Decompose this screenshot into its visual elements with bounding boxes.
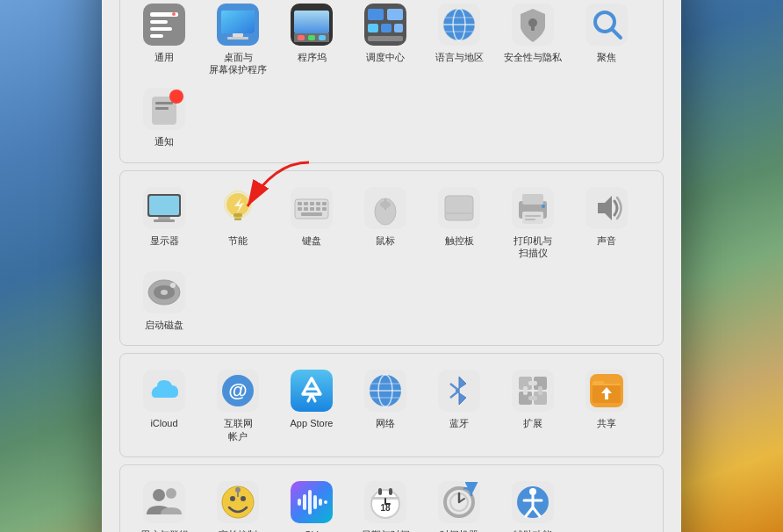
pref-sharing[interactable]: 共享 xyxy=(570,363,643,448)
svg-point-69 xyxy=(380,201,391,208)
extensions-icon xyxy=(510,368,556,413)
keyboard-label: 键盘 xyxy=(302,234,321,247)
svg-point-86 xyxy=(170,283,176,288)
svg-rect-128 xyxy=(308,490,312,514)
pref-displays[interactable]: 显示器 xyxy=(127,180,201,265)
pref-language[interactable]: 语言与地区 xyxy=(422,0,496,81)
pref-network[interactable]: 网络 xyxy=(348,363,422,448)
svg-rect-20 xyxy=(387,9,403,20)
pref-keyboard[interactable]: 键盘 xyxy=(275,180,348,265)
svg-rect-9 xyxy=(233,33,243,37)
svg-point-122 xyxy=(241,496,246,501)
spotlight-label: 聚焦 xyxy=(597,51,616,63)
sound-label: 声音 xyxy=(597,234,616,247)
svg-rect-116 xyxy=(143,481,185,523)
dock-label: 程序坞 xyxy=(298,51,327,63)
pref-general[interactable]: 通用 xyxy=(127,0,201,81)
trackpad-icon xyxy=(436,185,482,231)
icloud-label: iCloud xyxy=(150,417,177,429)
svg-point-41 xyxy=(169,90,183,104)
sharing-label: 共享 xyxy=(597,417,616,429)
svg-rect-16 xyxy=(308,35,315,40)
pref-internet[interactable]: @ 互联网 帐户 xyxy=(201,363,275,448)
pref-parental[interactable]: 家长控制 xyxy=(201,474,275,532)
pref-dock[interactable]: 程序坞 xyxy=(275,0,348,81)
svg-rect-40 xyxy=(155,107,169,110)
mouse-icon xyxy=(363,185,408,231)
pref-desktop[interactable]: 桌面与 屏幕保护程序 xyxy=(201,0,275,81)
row-4-grid: 用户与群组 家长控制 xyxy=(119,464,664,532)
icloud-icon xyxy=(141,368,187,413)
pref-spotlight[interactable]: 聚焦 xyxy=(570,0,643,81)
pref-sound[interactable]: 声音 xyxy=(570,180,643,265)
svg-rect-10 xyxy=(227,37,248,40)
svg-point-79 xyxy=(542,205,545,208)
svg-rect-5 xyxy=(172,12,176,16)
displays-label: 显示器 xyxy=(150,234,179,247)
pref-trackpad[interactable]: 触控板 xyxy=(422,180,496,265)
accessibility-label: 辅助功能 xyxy=(514,528,552,532)
svg-point-85 xyxy=(161,290,168,295)
svg-rect-127 xyxy=(303,494,306,510)
parental-icon xyxy=(215,479,261,525)
network-icon xyxy=(363,368,408,413)
svg-rect-60 xyxy=(298,207,302,211)
svg-point-121 xyxy=(230,496,235,501)
svg-rect-58 xyxy=(316,202,320,205)
preferences-content: 通用 xyxy=(102,0,681,532)
pref-users[interactable]: 用户与群组 xyxy=(127,474,201,532)
printers-label: 打印机与 扫描仪 xyxy=(514,234,552,260)
svg-rect-47 xyxy=(154,219,175,222)
svg-rect-17 xyxy=(319,35,326,40)
general-icon xyxy=(141,2,187,47)
printers-icon xyxy=(510,185,556,231)
svg-rect-21 xyxy=(368,24,378,32)
pref-app-store[interactable]: App Store xyxy=(275,363,348,448)
siri-icon xyxy=(289,479,334,525)
extensions-label: 扩展 xyxy=(523,417,542,429)
energy-label: 节能 xyxy=(228,234,248,247)
pref-energy[interactable]: 节能 xyxy=(201,180,275,265)
pref-printers[interactable]: 打印机与 扫描仪 xyxy=(496,180,570,265)
svg-rect-76 xyxy=(522,212,543,224)
datetime-icon: 18 xyxy=(363,479,408,525)
pref-datetime[interactable]: 18 日期与时间 xyxy=(348,474,422,532)
network-label: 网络 xyxy=(376,417,395,429)
displays-icon xyxy=(141,185,187,231)
bluetooth-label: 蓝牙 xyxy=(449,417,469,429)
svg-rect-78 xyxy=(525,219,535,220)
pref-mission-control[interactable]: 调度中心 xyxy=(348,0,422,81)
svg-rect-111 xyxy=(538,386,542,395)
security-label: 安全性与隐私 xyxy=(504,51,562,63)
pref-icloud[interactable]: iCloud xyxy=(127,363,201,448)
sound-icon xyxy=(584,185,629,231)
desktop-label: 桌面与 屏幕保护程序 xyxy=(209,51,267,76)
svg-rect-129 xyxy=(313,495,317,509)
pref-extensions[interactable]: 扩展 xyxy=(496,363,570,448)
pref-bluetooth[interactable]: 蓝牙 xyxy=(422,363,496,448)
spotlight-icon xyxy=(584,2,629,47)
svg-point-118 xyxy=(166,488,176,499)
svg-rect-109 xyxy=(528,381,537,385)
svg-rect-3 xyxy=(150,27,172,31)
pref-siri[interactable]: Siri xyxy=(275,474,348,532)
svg-rect-64 xyxy=(322,207,327,211)
desktop-icon xyxy=(215,2,261,47)
pref-mouse[interactable]: 鼠标 xyxy=(348,180,422,265)
pref-startup-disk[interactable]: 启动磁盘 xyxy=(127,264,201,336)
svg-rect-56 xyxy=(304,202,308,205)
pref-security[interactable]: 安全性与隐私 xyxy=(496,0,570,81)
svg-rect-2 xyxy=(150,20,168,24)
sharing-icon xyxy=(584,368,629,413)
pref-accessibility[interactable]: 辅助功能 xyxy=(496,474,570,532)
pref-timemachine[interactable]: 时间机器 xyxy=(422,474,496,532)
parental-label: 家长控制 xyxy=(219,528,257,532)
keyboard-icon xyxy=(289,185,334,231)
bluetooth-icon xyxy=(436,368,482,413)
pref-notifications[interactable]: 通知 xyxy=(127,81,201,153)
svg-rect-91 xyxy=(291,370,333,412)
internet-label: 互联网 帐户 xyxy=(224,417,253,442)
svg-rect-39 xyxy=(155,102,173,104)
svg-rect-75 xyxy=(522,194,543,205)
app-store-label: App Store xyxy=(291,417,334,429)
